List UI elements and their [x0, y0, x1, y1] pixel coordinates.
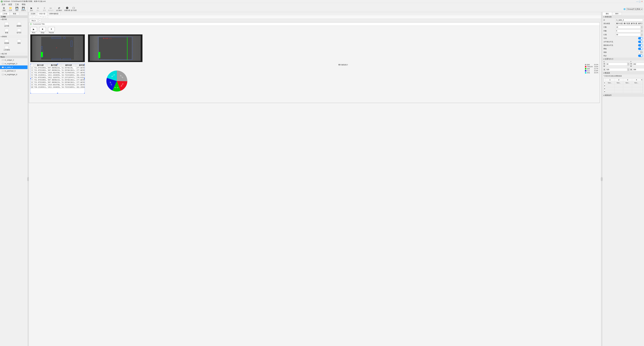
ctrl-Stop[interactable]: ■	[39, 27, 46, 31]
align-right-button[interactable]: ⫟	[36, 16, 39, 19]
toggle-enabled[interactable]	[638, 37, 643, 40]
toolbox-item[interactable]: 信号灯	[13, 28, 25, 35]
window-title: SciSmart - D:/SciSmart3.0方案/叠片测量、检测-中文版.…	[4, 0, 636, 3]
toggle-vheader[interactable]	[638, 44, 643, 47]
main-toolbar: 🗎新建📁打开💾保存💾另存为▶运行■停止⏸暂停⏭单步运行⇄运行模式🅥变量设置🖵显示…	[0, 6, 644, 12]
ds-hint: *※双击单元格以设置数据源	[602, 74, 644, 78]
section-datasource[interactable]: 数据源	[602, 72, 644, 74]
pie-chart-widget[interactable]: 叠片缺陷统计 划伤25.3%干料白印19.0%压痕12.7%白点22.8%其他2…	[88, 64, 598, 94]
toolbar-保存[interactable]: 💾保存	[14, 7, 20, 12]
pos-w-input[interactable]	[606, 68, 627, 71]
align-middle-button[interactable]: ⊢	[42, 16, 45, 19]
page-tab-main[interactable]: Main	[30, 19, 38, 22]
pie-title: 叠片缺陷统计	[88, 64, 598, 66]
hierarchy-item[interactable]: m_widget_2	[0, 58, 28, 62]
hierarchy-item[interactable]: m_imgWidget_3	[0, 62, 28, 65]
prop-cols-input[interactable]	[616, 30, 641, 32]
group-按钮组[interactable]: 按钮组	[0, 35, 28, 38]
toggle-sync[interactable]	[638, 55, 643, 57]
toolbox-header: 工具箱	[0, 15, 28, 18]
menu-help[interactable]: 帮助	[21, 3, 26, 6]
splitter-right[interactable]	[601, 12, 602, 346]
prop-rows-input[interactable]	[616, 26, 641, 29]
toolbar-单步运行: ⏭单步运行	[48, 7, 54, 12]
tab-properties[interactable]: 属性	[602, 12, 612, 15]
toolbar-暂停: ⏸暂停	[42, 7, 47, 12]
menu-file[interactable]: 文件	[1, 3, 6, 6]
toolbox-item[interactable]: 按钮	[13, 38, 25, 45]
align-toolbar: ⫞ ⫠ ⫟ ⊤ ⊢ ⊥	[29, 15, 601, 19]
app-logo-icon	[1, 1, 3, 3]
toolbox-item[interactable]: 运行框	[0, 21, 13, 28]
datasource-grid[interactable]: 123451Vars…Vars…Vars…Vars…234	[604, 78, 643, 93]
section-refresh[interactable]: 刷新条件	[602, 94, 644, 97]
toolbox-item[interactable]: 标签	[0, 28, 13, 35]
image-view-right[interactable]: 叠片检测 1/1	[88, 34, 142, 62]
toggle-alternate[interactable]	[638, 51, 643, 54]
align-bottom-button[interactable]: ⊥	[46, 16, 48, 19]
group-显示框[interactable]: 显示框	[0, 18, 28, 21]
group-输入框[interactable]: 输入框	[0, 52, 28, 55]
maximize-button[interactable]: ▢	[638, 1, 641, 3]
tab-events[interactable]: 事件	[612, 12, 622, 15]
hierarchy-item[interactable]: m_pieChart_5	[0, 69, 28, 73]
toolbar-变量设置[interactable]: 🅥变量设置	[64, 7, 70, 12]
add-page-button[interactable]: +	[38, 19, 41, 22]
table-widget-selected[interactable]: 叠片长度叠片宽度极耳长度极耳宽度2731.97553055…997.985962…	[30, 64, 85, 94]
tab-ui-script[interactable]: UI脚本编辑器	[47, 12, 60, 15]
frame-title: Customize Title	[33, 23, 45, 25]
left-panel: 工具箱 资源 工具箱 显示框运行框图像框标签信号灯按钮组复选框按钮工具按钮输入框…	[0, 12, 28, 346]
globe-icon: 🌐	[624, 8, 626, 10]
tab-main-flow[interactable]: 主流程	[29, 12, 37, 15]
tab-resources[interactable]: 资源	[10, 12, 19, 15]
toolbar-另存为[interactable]: 💾另存为	[20, 7, 26, 12]
design-canvas[interactable]: Customize Title ▶Run■Stop⏸Pause	[29, 22, 601, 346]
section-position[interactable]: 位置与大小	[602, 58, 644, 61]
ctrl-Run[interactable]: ▶	[30, 27, 37, 31]
frame-logo-icon	[30, 23, 32, 25]
section-table-info[interactable]: 表格信息	[602, 15, 644, 18]
prop-rowh-input[interactable]	[616, 33, 641, 36]
menubar: 文件 设置 工具 帮助	[0, 3, 644, 6]
toolbox-item[interactable]: 复选框	[0, 38, 13, 45]
toggle-hheader[interactable]	[638, 41, 643, 43]
menu-settings[interactable]: 设置	[8, 3, 13, 6]
pos-y-input[interactable]	[633, 63, 644, 66]
toolbar-运行[interactable]: ▶运行	[28, 7, 34, 12]
toolbar-运行模式[interactable]: ⇄运行模式	[56, 7, 62, 12]
center-panel: 主流程 UI设计器 UI脚本编辑器 ⫞ ⫠ ⫟ ⊤ ⊢ ⊥ Main + Cus…	[29, 12, 601, 346]
prop-id-input[interactable]	[616, 19, 643, 21]
right-panel: 属性 事件 表格信息 id 表头标题 行数▲▼ 列数▲▼ 行高▲▼ 可用 水平表…	[602, 12, 644, 346]
toolbox-item[interactable]: 工具按钮	[0, 45, 13, 52]
hierarchy-list: m_widget_2m_imgWidget_3m_table_4m_pieCha…	[0, 58, 28, 346]
toggle-grid[interactable]	[638, 48, 643, 50]
minimize-button[interactable]: —	[636, 1, 638, 3]
tab-ui-designer[interactable]: UI设计器	[37, 12, 47, 15]
prop-header-input[interactable]	[616, 22, 643, 25]
menu-tools[interactable]: 工具	[14, 3, 20, 6]
pos-x-input[interactable]	[606, 63, 627, 66]
toolbox-item[interactable]: 图像框	[13, 21, 25, 28]
toolbar-停止: ■停止	[35, 7, 41, 12]
splitter-left[interactable]	[28, 12, 29, 346]
hierarchy-item[interactable]: m_table_4	[0, 65, 28, 69]
tab-toolbox[interactable]: 工具箱	[0, 12, 10, 15]
toolbar-显示设置[interactable]: 🖵显示设置	[71, 7, 76, 12]
hierarchy-item[interactable]: m_imgWidget_6	[0, 73, 28, 76]
pos-h-input[interactable]	[633, 68, 644, 71]
close-button[interactable]: ✕	[641, 1, 643, 3]
ctrl-Pause[interactable]: ⏸	[48, 27, 55, 31]
toolbar-打开[interactable]: 📁打开	[8, 7, 14, 12]
image-view-left[interactable]: +	[30, 34, 85, 62]
titlebar: SciSmart - D:/SciSmart3.0方案/叠片测量、检测-中文版.…	[0, 0, 644, 3]
align-left-button[interactable]: ⫞	[30, 16, 32, 19]
align-top-button[interactable]: ⊤	[39, 16, 42, 19]
toolbar-新建[interactable]: 🗎新建	[1, 7, 7, 12]
hierarchy-header: Main	[0, 56, 28, 58]
language-selector[interactable]: 🌐 Chinese|中文(简体)	[624, 8, 643, 10]
align-center-h-button[interactable]: ⫠	[33, 16, 36, 19]
